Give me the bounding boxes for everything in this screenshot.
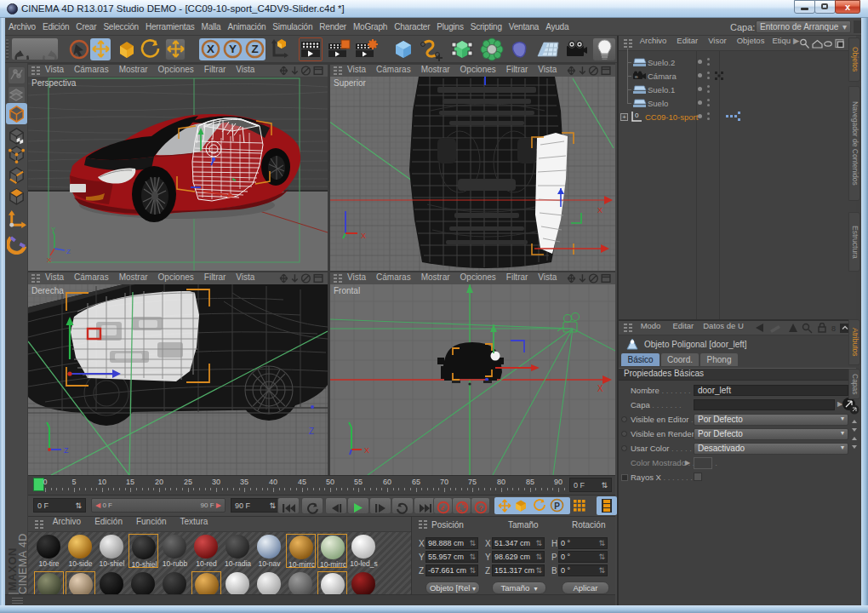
- svg-text:X: X: [207, 43, 214, 55]
- svg-text:Z: Z: [309, 427, 314, 436]
- svg-text:Z: Z: [251, 43, 258, 55]
- svg-text:Z: Z: [66, 248, 71, 255]
- svg-text:X: X: [364, 446, 369, 455]
- svg-text:0: 0: [635, 112, 639, 119]
- svg-text:X: X: [361, 232, 366, 240]
- svg-text:X: X: [47, 256, 52, 264]
- svg-text:∞: ∞: [635, 74, 638, 79]
- svg-text:?: ?: [478, 504, 483, 513]
- svg-text:Y: Y: [51, 226, 56, 233]
- svg-text:X: X: [597, 206, 602, 215]
- svg-text:P: P: [554, 501, 560, 511]
- svg-text:Z: Z: [64, 446, 69, 455]
- svg-text:Y: Y: [229, 43, 237, 55]
- svg-text:X: X: [597, 384, 603, 393]
